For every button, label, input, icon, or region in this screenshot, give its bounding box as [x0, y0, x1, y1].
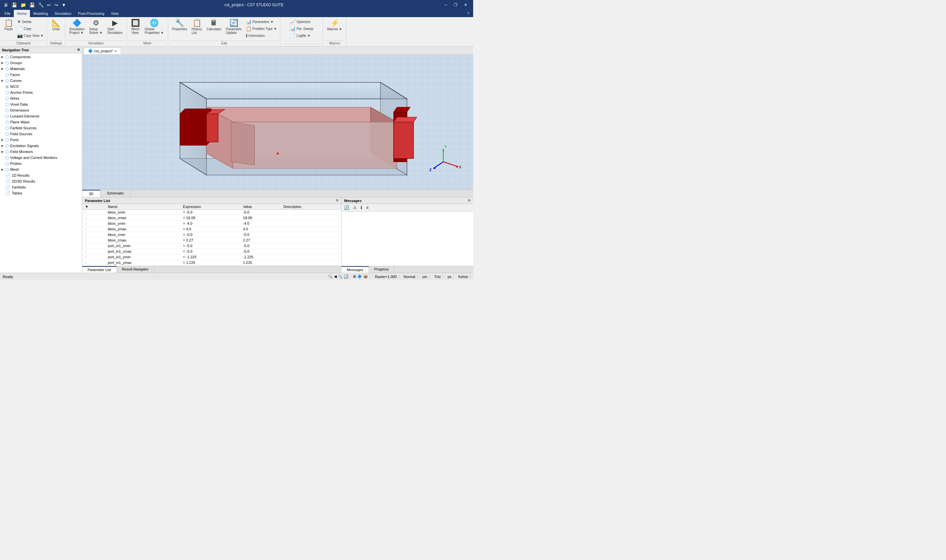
units-button[interactable]: 📐 Units — [49, 18, 63, 32]
par-sweep-button[interactable]: 📊 Par. Sweep — [289, 25, 315, 32]
tree-item-ports[interactable]: ▶ ⬡ Ports — [0, 137, 82, 143]
tree-item-voxel[interactable]: ⬡ Voxel Data — [0, 102, 82, 107]
col-name[interactable]: Name — [105, 204, 180, 209]
qa-undo-btn[interactable]: ↩ — [46, 2, 52, 8]
restore-btn[interactable]: ❐ — [451, 1, 461, 9]
optimizer-button[interactable]: 📈 Optimizer — [289, 18, 315, 25]
menu-simulation[interactable]: Simulation — [51, 10, 75, 17]
bottom-tab-result-nav[interactable]: Result Navigator — [117, 266, 154, 273]
copy-view-button[interactable]: 📷 Copy View ▼ — [16, 32, 45, 39]
table-row[interactable]: ↕ port_in1_xmax = -5.0 -5.0 — [82, 249, 341, 254]
tree-item-plane-wave[interactable]: ⬡ Plane Wave — [0, 119, 82, 125]
tree-item-groups[interactable]: ▶ ⬡ Groups — [0, 60, 82, 66]
tab-cst-project[interactable]: 🔷 cst_project* ✕ — [83, 48, 121, 54]
viewport-3d[interactable]: Y X Z — [82, 55, 473, 189]
table-row[interactable]: ↕ port_in1_ymax = 1.225 1.225 — [82, 260, 341, 266]
help-btn[interactable]: ? — [465, 12, 472, 15]
nav-tree-body[interactable]: ▶ ⬡ Components ▶ ⬡ Groups ▶ ⬡ Materials … — [0, 53, 82, 273]
paste-button[interactable]: 📋 Paste — [2, 18, 15, 32]
zoom-in-btn[interactable]: 🔍 — [328, 274, 333, 279]
tree-item-lumped[interactable]: ⬡ Lumped Elements — [0, 113, 82, 119]
msg-refresh-btn[interactable]: 🔄 — [343, 205, 351, 211]
tree-item-anchor-points[interactable]: ⬡ Anchor Points — [0, 89, 82, 95]
tree-item-faces[interactable]: ⬡ Faces — [0, 72, 82, 78]
copy-button[interactable]: 📄 Copy — [16, 25, 45, 32]
table-row[interactable]: ↕ bbox_ymax = 4.0 4.0 — [82, 226, 341, 232]
zoom-out-btn[interactable]: 🔍 — [338, 274, 343, 279]
delete-button[interactable]: ✕ Delete — [16, 18, 45, 25]
messages-close[interactable]: ✕ — [468, 198, 471, 203]
menu-view[interactable]: View — [108, 10, 122, 17]
table-row[interactable]: ↕ bbox_xmax = 18.09 18.09 — [82, 215, 341, 221]
view-tab-schematic[interactable]: Schematic — [100, 190, 131, 197]
close-btn[interactable]: ✕ — [461, 1, 471, 9]
mesh-view-button[interactable]: 🔲 MeshView — [129, 18, 142, 35]
qa-dropdown-btn[interactable]: ▼ — [60, 2, 67, 8]
param-list-close[interactable]: ✕ — [335, 198, 338, 203]
qa-settings-btn[interactable]: 🔧 — [37, 2, 45, 8]
status-obj-btn[interactable]: 🔷 — [357, 274, 362, 279]
table-row[interactable]: ↕ port_in1_xmin = -5.0 -5.0 — [82, 243, 341, 249]
tree-item-components[interactable]: ▶ ⬡ Components — [0, 54, 82, 60]
tree-item-farfields[interactable]: 📄 Farfields — [0, 184, 82, 190]
status-box-btn[interactable]: 📦 — [363, 274, 368, 279]
menu-home[interactable]: Home — [14, 10, 30, 17]
problem-type-button[interactable]: 📋 Problem Type ▼ — [245, 25, 278, 32]
tree-item-farfield-sources[interactable]: ⬡ Farfield Sources — [0, 125, 82, 131]
minimize-btn[interactable]: ─ — [441, 1, 451, 9]
status-grid-btn[interactable]: ⊞ — [353, 274, 356, 279]
table-row[interactable]: ↕ bbox_zmax = 2.27 2.27 — [82, 238, 341, 243]
qa-save-btn[interactable]: 💾 — [11, 2, 18, 8]
tree-item-probes[interactable]: ⬡ Probes — [0, 160, 82, 166]
calculator-button[interactable]: 🖩 Calculator — [205, 18, 223, 32]
table-row[interactable]: ↕ bbox_zmin = -0.0 -0.0 — [82, 232, 341, 238]
bottom-tab-param-list[interactable]: Parameter List — [82, 266, 117, 273]
tree-item-materials[interactable]: ▶ ⬡ Materials — [0, 66, 82, 72]
tree-item-field-monitors[interactable]: ▶ ⬡ Field Monitors — [0, 149, 82, 155]
zoom-rotate-btn[interactable]: 🔄 — [344, 274, 348, 279]
col-expression[interactable]: Expression — [180, 204, 240, 209]
qa-open-btn[interactable]: 📁 — [19, 2, 27, 8]
param-table[interactable]: ▼ Name Expression Value Description ↕ bb… — [82, 204, 341, 266]
tree-item-curves[interactable]: ▶ ⬡ Curves — [0, 78, 82, 83]
tab-close-btn[interactable]: ✕ — [114, 49, 117, 53]
table-row[interactable]: ↕ bbox_ymin = -4.0 -4.0 — [82, 221, 341, 226]
history-list-button[interactable]: 📋 HistoryList — [190, 18, 204, 35]
parameters-button[interactable]: 📊 Parameters ▼ — [245, 18, 278, 25]
tree-item-field-sources[interactable]: ⬡ Field Sources — [0, 131, 82, 137]
msg-list-btn[interactable]: ≡ — [365, 205, 370, 211]
global-properties-button[interactable]: 🌐 GlobalProperties ▼ — [143, 18, 166, 35]
parametric-update-button[interactable]: 🔄 ParametricUpdate — [224, 18, 244, 35]
start-simulation-button[interactable]: ▶ StartSimulation — [105, 18, 125, 35]
tree-item-tables[interactable]: 📄 Tables — [0, 190, 82, 196]
information-button[interactable]: ℹ Information — [245, 32, 278, 39]
zoom-left-btn[interactable]: ◀ — [334, 274, 337, 279]
menu-postprocessing[interactable]: Post-Processing — [75, 10, 108, 17]
properties-button[interactable]: 🔧 Properties — [170, 18, 189, 32]
logfile-button[interactable]: 📄 Logfile ▼ — [289, 32, 315, 39]
tree-item-mesh[interactable]: ▶ ⬡ Mesh — [0, 166, 82, 172]
col-value[interactable]: Value — [240, 204, 281, 209]
menu-file[interactable]: File — [1, 10, 14, 17]
macros-button[interactable]: ⚡ Macros ▼ — [325, 18, 344, 32]
tree-item-2d-results[interactable]: 📄 2D/3D Results — [0, 178, 82, 184]
tree-item-dimensions[interactable]: ⬡ Dimensions — [0, 107, 82, 113]
qa-save2-btn[interactable]: 💾 — [28, 2, 36, 8]
setup-solver-button[interactable]: ⚙ SetupSolver ▼ — [87, 18, 105, 35]
bottom-tab-progress[interactable]: Progress — [369, 266, 394, 273]
simulation-project-button[interactable]: 🔷 SimulationProject ▼ — [67, 18, 86, 35]
bottom-tab-messages[interactable]: Messages — [341, 266, 369, 273]
msg-warn-btn[interactable]: ⚠ — [352, 205, 358, 211]
col-description[interactable]: Description — [281, 204, 341, 209]
view-tab-3d[interactable]: 3D — [82, 190, 100, 197]
tree-item-voltage-monitors[interactable]: ⬡ Voltage and Current Monitors — [0, 155, 82, 160]
menu-modeling[interactable]: Modeling — [30, 10, 51, 17]
tree-item-wires[interactable]: ⬡ Wires — [0, 95, 82, 102]
nav-tree-close[interactable]: ✕ — [77, 48, 80, 52]
table-row[interactable]: ↕ bbox_xmin = -5.0 -5.0 — [82, 209, 341, 215]
qa-redo-btn[interactable]: ↪ — [53, 2, 59, 8]
msg-info-btn[interactable]: ℹ — [359, 205, 364, 211]
table-row[interactable]: ↕ port_in1_ymin = -1.225 -1.225 — [82, 254, 341, 260]
tree-item-excitation[interactable]: ▶ ⬡ Excitation Signals — [0, 143, 82, 149]
tree-item-1d-results[interactable]: 📄 1D Results — [0, 172, 82, 178]
